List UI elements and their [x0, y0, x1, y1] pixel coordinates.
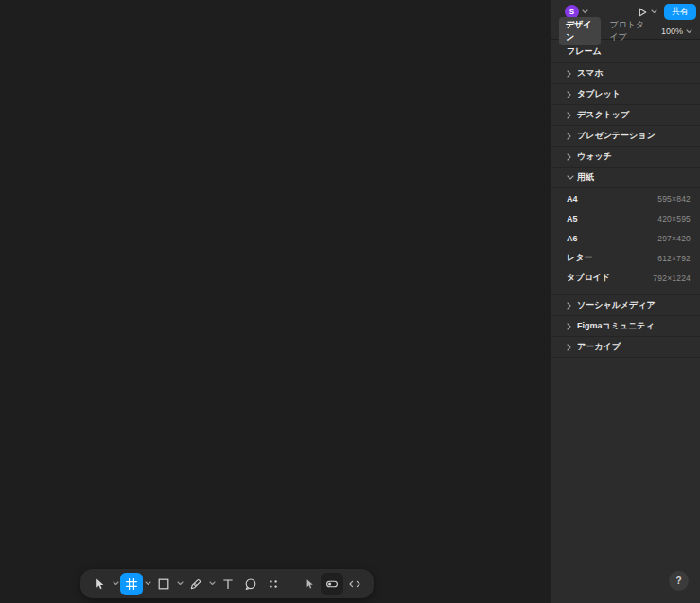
paper-item-a6[interactable]: A6 297×420	[551, 228, 700, 248]
list-gap	[551, 288, 700, 295]
chevron-down-icon	[582, 9, 588, 14]
comment-tool-button[interactable]	[239, 573, 262, 595]
item-name: レター	[567, 252, 592, 264]
chevron-right-icon	[567, 112, 577, 119]
toggle-switch-icon	[325, 577, 339, 591]
paper-item-letter[interactable]: レター 612×792	[551, 248, 700, 268]
section-label: スマホ	[577, 67, 604, 80]
chevron-right-icon	[567, 344, 577, 351]
zoom-menu[interactable]: 100%	[661, 27, 692, 36]
section-figma-community[interactable]: Figmaコミュニティ	[551, 316, 700, 337]
play-icon[interactable]	[637, 7, 648, 18]
section-label: プレゼンテーション	[577, 130, 656, 142]
dev-mode-button[interactable]	[343, 573, 366, 595]
item-size: 297×420	[657, 234, 691, 243]
code-icon	[348, 577, 361, 591]
frame-tool-button[interactable]	[120, 573, 143, 595]
section-paper[interactable]: 用紙	[551, 168, 700, 188]
share-button[interactable]: 共有	[664, 4, 696, 20]
item-name: A6	[567, 234, 578, 243]
section-social-media[interactable]: ソーシャルメディア	[551, 295, 700, 316]
section-label: タブレット	[577, 88, 621, 100]
pen-icon	[189, 577, 202, 591]
pen-tool-dropdown[interactable]	[207, 573, 217, 595]
chevron-right-icon	[567, 133, 577, 140]
frame-tool-dropdown[interactable]	[143, 573, 152, 595]
shape-tool-button[interactable]	[152, 573, 175, 595]
chevron-down-icon	[686, 29, 692, 34]
frame-preset-list: スマホ タブレット デスクトップ プレゼンテーション ウォッチ 用紙 A4 59…	[551, 63, 700, 603]
pen-tool-button[interactable]	[184, 573, 207, 595]
chevron-right-icon	[567, 323, 577, 330]
chevron-right-icon	[567, 153, 577, 161]
section-archive[interactable]: アーカイブ	[551, 337, 700, 358]
design-mode-button[interactable]	[298, 573, 321, 595]
cursor-icon	[93, 577, 106, 591]
frames-panel-title: フレーム	[551, 40, 700, 63]
section-label: デスクトップ	[577, 109, 629, 121]
panel-tabs: デザイン プロトタイプ 100%	[551, 24, 700, 40]
frame-icon	[125, 577, 138, 591]
actions-icon	[267, 577, 280, 591]
comment-icon	[244, 577, 257, 591]
item-size: 420×595	[657, 214, 691, 223]
right-panel: S 共有 デザイン プロトタイプ 100% フレーム	[551, 0, 700, 603]
chevron-right-icon	[567, 70, 577, 78]
item-size: 612×792	[657, 254, 691, 263]
paper-item-tabloid[interactable]: タブロイド 792×1224	[551, 268, 700, 288]
item-size: 792×1224	[653, 274, 691, 283]
section-label: ソーシャルメディア	[577, 299, 656, 311]
chevron-right-icon	[567, 91, 577, 98]
section-presentation[interactable]: プレゼンテーション	[551, 126, 700, 147]
section-label: 用紙	[577, 171, 594, 184]
rectangle-icon	[157, 577, 170, 591]
chevron-down-icon[interactable]	[651, 9, 657, 14]
section-tablet[interactable]: タブレット	[551, 84, 700, 105]
text-icon	[221, 577, 235, 591]
text-tool-button[interactable]	[217, 573, 239, 595]
section-desktop[interactable]: デスクトップ	[551, 105, 700, 126]
move-tool-button[interactable]	[88, 573, 111, 595]
zoom-level: 100%	[661, 27, 683, 36]
actions-tool-button[interactable]	[262, 573, 285, 595]
move-tool-dropdown[interactable]	[111, 573, 120, 595]
paper-item-a4[interactable]: A4 595×842	[551, 188, 700, 208]
toolbar	[80, 569, 374, 598]
section-watch[interactable]: ウォッチ	[551, 147, 700, 168]
section-label: ウォッチ	[577, 151, 612, 163]
item-name: タブロイド	[567, 272, 610, 284]
section-label: Figmaコミュニティ	[577, 320, 655, 332]
dev-mode-toggle[interactable]	[321, 573, 343, 595]
design-cursor-icon	[304, 578, 315, 590]
section-smartphone[interactable]: スマホ	[551, 63, 700, 84]
item-name: A4	[567, 194, 578, 204]
shape-tool-dropdown[interactable]	[175, 573, 184, 595]
design-canvas[interactable]	[0, 0, 551, 603]
chevron-down-icon	[567, 175, 577, 180]
section-label: アーカイブ	[577, 341, 621, 353]
help-button[interactable]: ?	[669, 571, 689, 591]
item-name: A5	[567, 214, 578, 223]
item-size: 595×842	[657, 194, 691, 204]
present-menu	[637, 7, 657, 18]
chevron-right-icon	[567, 302, 577, 310]
paper-item-a5[interactable]: A5 420×595	[551, 208, 700, 228]
